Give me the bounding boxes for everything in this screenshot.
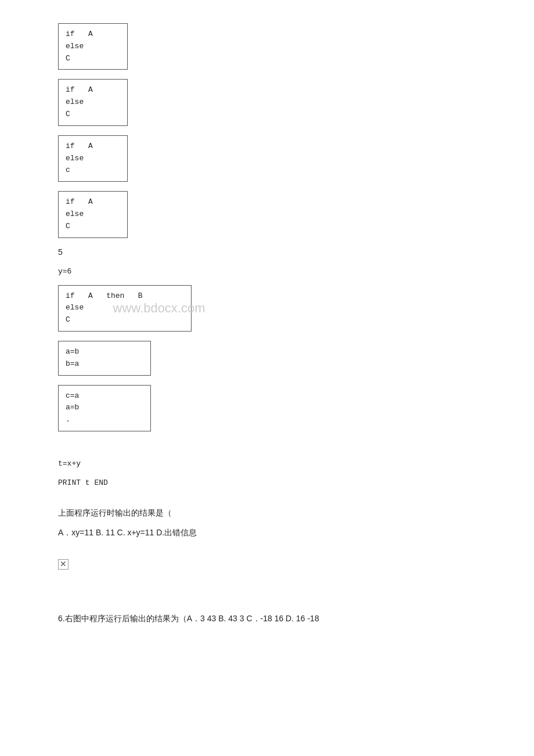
code-line: else: [66, 208, 120, 221]
code-line-ca-1: c=a: [66, 390, 143, 402]
section-box3: if A else c: [58, 135, 476, 182]
spacer4: [58, 579, 476, 589]
code-line: if A: [66, 84, 120, 96]
t-equals-text: t=x+y: [58, 459, 81, 468]
section-box4: if A else C: [58, 191, 476, 237]
code-line-ab-1: a=b: [66, 346, 143, 358]
section-box2: if A else C: [58, 79, 476, 125]
question-text: 上面程序运行时输出的结果是（: [58, 508, 172, 517]
section-question6: 6.右图中程序运行后输出的结果为（A．3 43 B. 43 3 C．-18 16…: [58, 614, 476, 624]
code-line-ifthen-1: if A then B: [66, 290, 184, 303]
code-line: C: [66, 221, 120, 233]
code-line-ca-2: a=b: [66, 402, 143, 414]
code-line-ifthen-2: else: [66, 302, 184, 314]
section-checkbox: [58, 559, 476, 570]
code-box-4: if A else C: [58, 191, 128, 237]
code-line: else: [66, 153, 120, 165]
code-box-ifthen: if A then B else C www.bdocx.com: [58, 285, 192, 332]
section-number5: 5: [58, 247, 476, 257]
section-box-ca: c=a a=b .: [58, 385, 476, 431]
section-question-text: 上面程序运行时输出的结果是（: [58, 508, 476, 519]
spacer3: [58, 548, 476, 552]
section-box-ifthen: if A then B else C www.bdocx.com: [58, 285, 476, 332]
page-content: if A else C if A else C if A else c if A…: [58, 23, 476, 627]
code-box-3: if A else c: [58, 135, 128, 182]
code-box-ca: c=a a=b .: [58, 385, 151, 431]
section-t-equals: t=x+y: [58, 458, 476, 468]
code-box-1: if A else C: [58, 23, 128, 70]
code-line: C: [66, 53, 120, 65]
code-box-ab: a=b b=a: [58, 341, 151, 376]
code-line: c: [66, 164, 120, 177]
spacer5: [58, 596, 476, 607]
question6-text: 6.右图中程序运行后输出的结果为（A．3 43 B. 43 3 C．-18 16…: [58, 614, 319, 623]
number-5: 5: [58, 247, 63, 257]
answer-checkbox-icon[interactable]: [58, 559, 68, 570]
section-box-ab: a=b b=a: [58, 341, 476, 376]
options-text: A．xy=11 B. 11 C. x+y=11 D.出错信息: [58, 528, 197, 537]
print-text: PRINT t END: [58, 478, 108, 487]
section-print: PRINT t END: [58, 477, 476, 487]
code-line: C: [66, 109, 120, 121]
section-y-equals: y=6: [58, 266, 476, 276]
code-line-ifthen-3: C: [66, 314, 184, 326]
code-box-ifthen-wrapper: if A then B else C www.bdocx.com: [58, 285, 192, 332]
spacer2: [58, 496, 476, 501]
code-line-ab-2: b=a: [66, 358, 143, 370]
code-line: else: [66, 96, 120, 109]
code-line: if A: [66, 28, 120, 41]
code-line: if A: [66, 141, 120, 153]
code-line: if A: [66, 196, 120, 208]
y-equals-text: y=6: [58, 267, 71, 276]
section-options: A．xy=11 B. 11 C. x+y=11 D.出错信息: [58, 528, 476, 538]
spacer1: [58, 441, 476, 451]
code-line-ca-3: .: [66, 414, 143, 426]
code-line: else: [66, 41, 120, 53]
code-box-2: if A else C: [58, 79, 128, 125]
section-box1: if A else C: [58, 23, 476, 70]
